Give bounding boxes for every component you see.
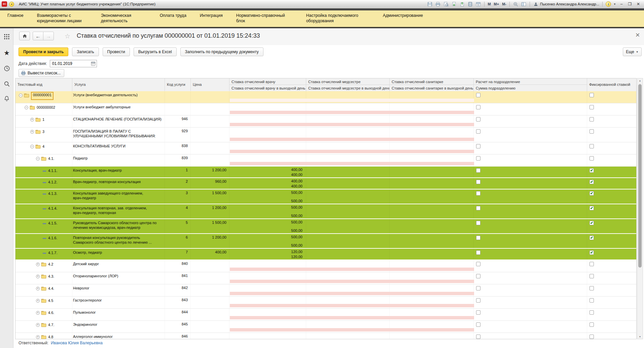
cell-fixed-rate[interactable]: ✔ — [587, 249, 636, 259]
cell-text-code[interactable]: 4.1.2. — [15, 178, 72, 189]
back-button[interactable]: ← — [33, 32, 43, 40]
vertical-scrollbar[interactable]: ▲ ▼ — [637, 78, 643, 339]
calc-division-checkbox[interactable] — [476, 322, 480, 327]
command-button-1[interactable]: Записать — [72, 47, 99, 56]
calc-division-checkbox[interactable] — [476, 156, 480, 161]
cell-text-code[interactable]: 4.1.6. — [15, 234, 72, 248]
cell-rate-nurse[interactable] — [306, 178, 390, 189]
table-row[interactable]: 4.1.3. Консультация заведующего отделени… — [15, 189, 636, 204]
cell-fixed-rate[interactable]: ✔ — [587, 178, 636, 189]
cell-fixed-rate[interactable]: ✔ — [587, 167, 636, 177]
cell-text-code[interactable]: 4.1.1. — [15, 167, 72, 177]
cell-fixed-rate[interactable]: ✔ — [587, 189, 636, 204]
export-icon[interactable] — [459, 1, 465, 7]
notifications-bell-icon[interactable] — [3, 95, 10, 102]
cell-service[interactable]: Пульмонолог — [72, 309, 165, 320]
menu-grid-icon[interactable] — [3, 33, 10, 40]
print-icon[interactable] — [435, 1, 441, 7]
col-text-code[interactable]: Текстовый код — [15, 78, 72, 91]
cell-service-code[interactable]: 1 — [165, 167, 191, 177]
cell-price[interactable] — [191, 284, 229, 296]
cell-text-code[interactable]: +3 — [15, 128, 72, 142]
cell-service-code[interactable]: 839 — [165, 154, 191, 166]
calc-division-checkbox[interactable] — [476, 250, 480, 255]
cell-text-code[interactable]: 4.1.7. — [15, 249, 72, 259]
cell-price[interactable] — [191, 154, 229, 166]
cell-service-code[interactable]: 843 — [165, 297, 191, 308]
calc-division-checkbox[interactable] — [476, 286, 480, 290]
preview-icon[interactable] — [443, 1, 449, 7]
table-row[interactable]: +4.4. Невролог 842 — [15, 284, 636, 297]
cell-rate-doctor[interactable]: 500,00 500,00 — [229, 219, 306, 233]
cell-text-code[interactable]: +4.5 — [15, 297, 72, 308]
fixed-rate-checkbox[interactable] — [589, 262, 594, 266]
import-icon[interactable] — [451, 1, 457, 7]
memory-m-button[interactable]: M — [488, 2, 491, 6]
expand-node-icon[interactable]: + — [36, 311, 40, 315]
cell-price[interactable]: 1 200,00 — [191, 167, 229, 177]
cell-service-code[interactable]: 4 — [165, 204, 191, 218]
cell-text-code[interactable]: −000000002 — [15, 103, 72, 115]
ribbon-item-6[interactable]: Настройка подключаемого оборудования — [306, 13, 369, 24]
save-icon[interactable] — [427, 1, 433, 7]
cell-text-code[interactable]: +4.7. — [15, 321, 72, 333]
expand-node-icon[interactable]: + — [36, 263, 40, 266]
expand-node-icon[interactable]: + — [36, 287, 40, 290]
cell-service[interactable]: Невролог — [72, 284, 165, 296]
cell-service[interactable]: КОНСУЛЬТАТИВНЫЕ УСЛУГИ — [72, 142, 165, 154]
cell-price[interactable] — [191, 142, 229, 154]
cell-price[interactable] — [191, 297, 229, 308]
current-user[interactable]: Пысенко Александра Александр... — [533, 1, 599, 7]
fixed-rate-checkbox[interactable] — [589, 117, 594, 121]
fixed-rate-checkbox[interactable] — [589, 93, 594, 97]
fixed-rate-checkbox[interactable]: ✔ — [589, 250, 594, 255]
calc-division-checkbox[interactable] — [476, 168, 480, 173]
cell-price[interactable] — [191, 309, 229, 320]
cell-rate-doctor[interactable]: 400,00 400,00 — [229, 178, 306, 189]
cell-text-code[interactable]: +4.4. — [15, 284, 72, 296]
date-input[interactable] — [50, 60, 97, 67]
cell-calc-division[interactable] — [474, 103, 587, 115]
cell-price[interactable]: 1 200,00 — [191, 234, 229, 248]
cell-service[interactable]: СТАЦИОНАРНОЕ ЛЕЧЕНИЕ (ГОСПИТАЛИЗАЦИЯ) — [72, 115, 165, 127]
calc-division-checkbox[interactable] — [476, 144, 480, 148]
cell-rate-aide[interactable] — [390, 167, 474, 177]
calc-division-checkbox[interactable] — [476, 105, 480, 109]
command-button-3[interactable]: Выгрузить в Excel — [134, 47, 177, 56]
table-row[interactable]: 4.1.1. Консультация, врач-педиатр 1 1 20… — [15, 167, 636, 178]
table-row[interactable]: 4.1.5. Руководитель Самарского областног… — [15, 219, 636, 234]
fixed-rate-checkbox[interactable]: ✔ — [589, 236, 594, 240]
search-icon[interactable] — [3, 80, 10, 88]
cell-rate-doctor[interactable]: 400,00 400,00 — [229, 167, 306, 177]
cell-rate-nurse[interactable] — [306, 219, 390, 233]
cell-service[interactable]: Консультация заведующего отделением, вра… — [72, 189, 165, 204]
ribbon-item-3[interactable]: Оплата труда — [160, 13, 186, 18]
cell-calc-division[interactable] — [474, 142, 587, 154]
cell-calc-division[interactable] — [474, 128, 587, 142]
ribbon-item-7[interactable]: Администрирование — [383, 13, 423, 18]
code-edit-box[interactable]: 000000001 — [31, 92, 53, 100]
calc-division-checkbox[interactable] — [476, 117, 480, 121]
cell-service[interactable]: Врач-педиатр, повторная консультация — [72, 178, 165, 189]
command-button-4[interactable]: Заполнить по предыдущему документу — [180, 47, 263, 56]
cell-price[interactable]: 960,00 — [191, 178, 229, 189]
cell-calc-division[interactable] — [474, 272, 587, 284]
cell-fixed-rate[interactable] — [587, 333, 636, 339]
cell-fixed-rate[interactable]: ✔ — [587, 234, 636, 248]
memory-m+-button[interactable]: M+ — [494, 2, 499, 6]
cell-service-code[interactable]: 846 — [165, 333, 191, 339]
cell-rate-nurse[interactable] — [306, 167, 390, 177]
cell-fixed-rate[interactable] — [587, 321, 636, 333]
forward-button[interactable]: → — [43, 32, 54, 40]
table-row[interactable]: 4.1.4. Консультация повторная, зав. отде… — [15, 204, 636, 219]
table-row[interactable]: +1 СТАЦИОНАРНОЕ ЛЕЧЕНИЕ (ГОСПИТАЛИЗАЦИЯ)… — [15, 115, 636, 128]
cell-service[interactable]: Детский хирург — [72, 260, 165, 272]
fixed-rate-checkbox[interactable]: ✔ — [589, 221, 594, 225]
cell-fixed-rate[interactable] — [587, 91, 636, 103]
table-row[interactable]: +4.7. Эндокринолог 845 — [15, 321, 636, 333]
col-fixed-rate[interactable]: Фиксированной ставкой — [587, 78, 636, 91]
cell-service-code[interactable]: 841 — [165, 272, 191, 284]
chevron-down-icon[interactable]: ▼ — [613, 3, 616, 6]
ribbon-item-1[interactable]: Взаиморасчеты с юридическими лицами — [37, 13, 87, 24]
calc-division-checkbox[interactable] — [476, 191, 480, 196]
